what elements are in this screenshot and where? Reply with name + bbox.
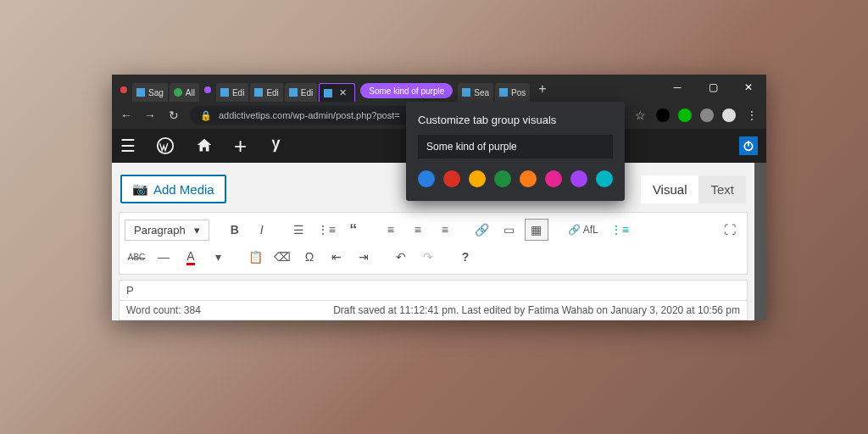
browser-tab[interactable]: Edi [285, 83, 317, 102]
extensions: ☆ ⋮ [632, 108, 760, 122]
tab-label: Edi [266, 88, 278, 97]
tab-label: Sea [474, 88, 489, 97]
horizontal-rule-button[interactable]: — [152, 246, 175, 268]
color-swatch[interactable] [469, 170, 486, 187]
path-crumb: P [126, 284, 134, 297]
element-path[interactable]: P [119, 280, 748, 301]
add-new-icon[interactable]: + [234, 133, 247, 159]
insert-more-button[interactable]: ▭ [498, 219, 521, 241]
camera-icon: 📷 [132, 181, 148, 197]
star-icon[interactable]: ☆ [632, 108, 648, 122]
popup-title: Customize tab group visuals [418, 114, 613, 126]
afl-button[interactable]: 🔗AfL [562, 219, 604, 241]
fullscreen-button[interactable]: ⛶ [718, 219, 742, 241]
favicon-icon [136, 88, 145, 97]
tab-label: All [186, 88, 195, 97]
color-swatch[interactable] [494, 170, 511, 187]
color-swatch[interactable] [520, 170, 537, 187]
menu-icon[interactable]: ⋮ [744, 108, 760, 122]
close-button[interactable]: ✕ [731, 75, 766, 100]
editor-toolbar: Paragraph ▾ B I ☰ ⋮≡ “ ≡ ≡ ≡ 🔗 ▭ ▦ 🔗Af [119, 212, 748, 275]
grammarly-icon[interactable] [678, 108, 692, 122]
align-right-button[interactable]: ≡ [433, 219, 457, 241]
blockquote-button[interactable]: “ [342, 219, 365, 241]
profile-avatar[interactable] [722, 108, 736, 122]
tab-label: Edi [301, 88, 313, 97]
maximize-button[interactable]: ▢ [695, 75, 731, 100]
color-swatch-row [418, 170, 613, 187]
paste-text-button[interactable]: 📋 [243, 246, 267, 268]
color-swatch[interactable] [570, 170, 587, 187]
text-color-chevron[interactable]: ▾ [206, 246, 230, 268]
recording-indicator [120, 86, 127, 93]
link-button[interactable]: 🔗 [470, 219, 494, 241]
chevron-down-icon: ▾ [194, 224, 200, 236]
color-swatch[interactable] [418, 170, 435, 187]
strikethrough-button[interactable]: ABC [125, 246, 148, 268]
close-tab-icon[interactable]: ✕ [336, 87, 350, 98]
bullet-list-button[interactable]: ☰ [287, 219, 311, 241]
special-char-button[interactable]: Ω [298, 246, 321, 268]
tab-visual[interactable]: Visual [641, 175, 699, 203]
wordpress-icon[interactable] [156, 136, 175, 155]
draft-status: Draft saved at 11:12:41 pm. Last edited … [333, 304, 740, 316]
browser-tab-active[interactable]: ✕ [319, 83, 355, 102]
new-tab-button[interactable]: + [538, 81, 546, 97]
browser-tab[interactable]: Sag [132, 83, 168, 102]
favicon-icon [174, 88, 182, 97]
reload-button[interactable]: ↻ [166, 108, 181, 122]
align-left-button[interactable]: ≡ [379, 219, 403, 241]
format-label: Paragraph [134, 224, 186, 236]
extension-icon[interactable] [700, 108, 714, 122]
window-controls: ─ ▢ ✕ [659, 75, 766, 100]
browser-tab[interactable]: Edi [250, 83, 282, 102]
text-color-button[interactable]: A [179, 246, 203, 268]
favicon-icon [220, 88, 229, 97]
bold-button[interactable]: B [223, 219, 247, 241]
browser-tab[interactable]: All [170, 83, 199, 102]
favicon-icon [324, 89, 332, 97]
redo-button[interactable]: ↷ [416, 246, 440, 268]
editor-mode-tabs: Visual Text [641, 175, 746, 203]
color-swatch[interactable] [596, 170, 613, 187]
back-button[interactable]: ← [119, 108, 134, 122]
numbered-list-button[interactable]: ⋮≡ [314, 219, 338, 241]
checklist-button[interactable]: ⋮≡ [608, 219, 632, 241]
favicon-icon [289, 88, 298, 97]
group-name-input[interactable] [418, 135, 613, 159]
minimize-button[interactable]: ─ [659, 75, 695, 100]
yoast-icon[interactable] [267, 136, 286, 155]
word-count: Word count: 384 [126, 304, 201, 316]
status-bar: Word count: 384 Draft saved at 11:12:41 … [119, 301, 748, 320]
browser-tab[interactable]: Sea [458, 83, 493, 102]
color-swatch[interactable] [545, 170, 562, 187]
browser-tab[interactable]: Edi [216, 83, 248, 102]
tab-label: Pos [511, 88, 526, 97]
undo-button[interactable]: ↶ [389, 246, 413, 268]
tab-text[interactable]: Text [698, 175, 746, 203]
add-media-button[interactable]: 📷 Add Media [120, 175, 226, 203]
italic-button[interactable]: I [250, 219, 274, 241]
browser-tab[interactable]: Pos [495, 83, 530, 102]
forward-button[interactable]: → [142, 108, 158, 122]
outdent-button[interactable]: ⇤ [325, 246, 348, 268]
group-label: Some kind of purple [369, 86, 444, 96]
indent-button[interactable]: ⇥ [352, 246, 376, 268]
tab-group-pill[interactable]: Some kind of purple [360, 83, 453, 98]
titlebar: Sag All Edi Edi Edi ✕ Some kind of purpl… [112, 75, 766, 102]
hamburger-icon[interactable]: ☰ [120, 136, 136, 156]
help-button[interactable]: ? [453, 246, 477, 268]
toolbar-toggle-button[interactable]: ▦ [525, 219, 548, 241]
power-icon[interactable] [739, 136, 758, 155]
favicon-icon [254, 88, 263, 97]
scrollbar[interactable] [754, 163, 766, 320]
color-swatch[interactable] [443, 170, 460, 187]
add-media-label: Add Media [153, 182, 214, 197]
home-icon[interactable] [195, 136, 214, 155]
favicon-icon [462, 88, 470, 97]
extension-icon[interactable] [656, 108, 670, 122]
align-center-button[interactable]: ≡ [406, 219, 430, 241]
url-text: addictivetips.com/wp-admin/post.php?post… [219, 110, 400, 120]
format-selector[interactable]: Paragraph ▾ [125, 220, 209, 241]
clear-format-button[interactable]: ⌫ [270, 246, 294, 268]
